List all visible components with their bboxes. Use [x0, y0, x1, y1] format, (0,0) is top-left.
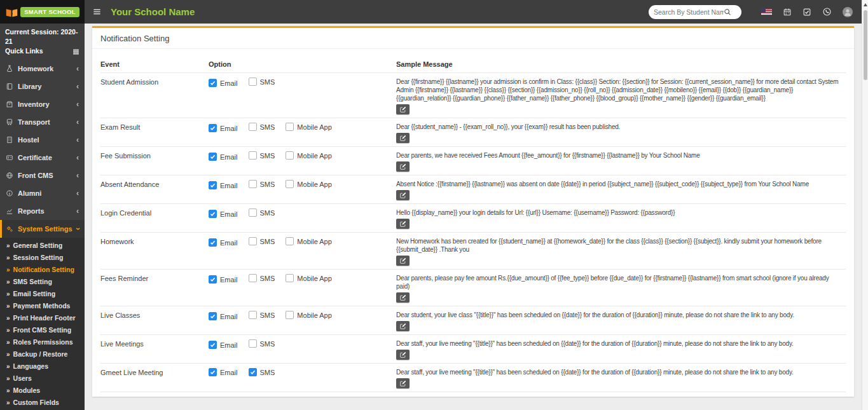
- checkbox-unchecked-icon[interactable]: [286, 237, 294, 245]
- checkbox-checked-icon[interactable]: [209, 341, 217, 349]
- hamburger-menu-icon[interactable]: [92, 7, 102, 17]
- sidebar-item-hostel[interactable]: Hostel‹: [0, 131, 85, 149]
- sms-checkbox-option[interactable]: SMS: [249, 274, 275, 282]
- sidebar-item-library[interactable]: Library‹: [0, 78, 85, 95]
- checkbox-checked-icon[interactable]: [209, 79, 217, 87]
- submenu-item-front-cms-setting[interactable]: »Front CMS Setting: [0, 324, 85, 336]
- calendar-icon[interactable]: [783, 8, 792, 17]
- search-input[interactable]: [654, 8, 724, 16]
- submenu-item-backup-restore[interactable]: »Backup / Restore: [0, 348, 85, 360]
- submenu-item-roles-permissions[interactable]: »Roles Permissions: [0, 336, 85, 348]
- edit-message-button[interactable]: [396, 190, 410, 200]
- edit-message-button[interactable]: [396, 350, 410, 360]
- checkbox-unchecked-icon[interactable]: [249, 208, 257, 217]
- sms-checkbox-option[interactable]: SMS: [249, 208, 275, 217]
- whatsapp-icon[interactable]: [822, 7, 832, 17]
- sms-checkbox-option[interactable]: SMS: [249, 237, 275, 245]
- checkbox-unchecked-icon[interactable]: [249, 274, 257, 282]
- vertical-scrollbar[interactable]: [862, 0, 868, 410]
- edit-message-button[interactable]: [396, 378, 410, 388]
- checkbox-checked-icon[interactable]: [209, 312, 217, 320]
- sms-checkbox-option[interactable]: SMS: [249, 123, 275, 131]
- email-checkbox-option[interactable]: Email: [209, 238, 238, 247]
- checkbox-unchecked-icon[interactable]: [249, 123, 257, 131]
- submenu-item-custom-fields[interactable]: »Custom Fields: [0, 397, 85, 409]
- email-checkbox-option[interactable]: Email: [209, 275, 238, 284]
- submenu-item-email-setting[interactable]: »Email Setting: [0, 288, 85, 300]
- email-checkbox-option[interactable]: Email: [209, 312, 238, 320]
- grid-icon[interactable]: [72, 48, 79, 55]
- submenu-item-payment-methods[interactable]: »Payment Methods: [0, 300, 85, 312]
- checkbox-unchecked-icon[interactable]: [249, 237, 257, 245]
- sms-checkbox-option[interactable]: SMS: [249, 151, 275, 160]
- checkbox-checked-icon[interactable]: [209, 124, 217, 132]
- checkbox-checked-icon[interactable]: [209, 368, 217, 376]
- checkbox-checked-icon[interactable]: [209, 210, 217, 218]
- mobile-app-checkbox-option[interactable]: Mobile App: [286, 123, 331, 131]
- edit-message-button[interactable]: [396, 161, 410, 172]
- sms-checkbox-option[interactable]: SMS: [249, 180, 275, 188]
- checkbox-unchecked-icon[interactable]: [249, 180, 257, 188]
- mobile-app-checkbox-option[interactable]: Mobile App: [286, 274, 331, 282]
- sms-checkbox-option[interactable]: SMS: [249, 78, 275, 86]
- quick-links-label[interactable]: Quick Links: [5, 46, 43, 56]
- sidebar-item-alumni[interactable]: Alumni‹: [0, 184, 85, 202]
- checkbox-unchecked-icon[interactable]: [249, 151, 257, 160]
- mobile-app-checkbox-option[interactable]: Mobile App: [286, 311, 331, 319]
- submenu-item-session-setting[interactable]: »Session Setting: [0, 252, 85, 264]
- sidebar-item-inventory[interactable]: Inventory‹: [0, 95, 85, 113]
- edit-message-button[interactable]: [396, 104, 410, 114]
- sms-checkbox-option[interactable]: SMS: [249, 368, 275, 376]
- edit-message-button[interactable]: [396, 133, 410, 143]
- checkbox-checked-icon[interactable]: [209, 153, 217, 161]
- submenu-item-general-setting[interactable]: »General Setting: [0, 240, 85, 252]
- sidebar-item-transport[interactable]: Transport‹: [0, 113, 85, 131]
- edit-message-button[interactable]: [396, 321, 410, 331]
- scrollbar-thumb[interactable]: [864, 10, 867, 80]
- email-checkbox-option[interactable]: Email: [209, 79, 238, 87]
- checkbox-checked-icon[interactable]: [209, 275, 217, 284]
- submenu-item-users[interactable]: »Users: [0, 372, 85, 385]
- scroll-up-arrow-icon[interactable]: [864, 3, 867, 6]
- checkbox-unchecked-icon[interactable]: [286, 180, 294, 188]
- submenu-item-print-header-footer[interactable]: »Print Header Footer: [0, 312, 85, 324]
- checkbox-unchecked-icon[interactable]: [286, 274, 294, 282]
- checkbox-checked-icon[interactable]: [249, 368, 257, 376]
- submenu-item-modules[interactable]: »Modules: [0, 385, 85, 397]
- sidebar-item-system-settings[interactable]: System Settings‹: [0, 220, 85, 238]
- language-flag-icon[interactable]: [761, 8, 772, 15]
- email-checkbox-option[interactable]: Email: [209, 368, 238, 376]
- edit-message-button[interactable]: [396, 219, 410, 229]
- email-checkbox-option[interactable]: Email: [209, 181, 238, 189]
- user-avatar[interactable]: [843, 7, 853, 17]
- mobile-app-checkbox-option[interactable]: Mobile App: [286, 180, 331, 188]
- search-icon[interactable]: [724, 8, 731, 16]
- submenu-item-notification-setting[interactable]: »Notification Setting: [0, 264, 85, 276]
- edit-message-button[interactable]: [396, 256, 410, 266]
- edit-message-button[interactable]: [396, 292, 410, 303]
- sidebar-item-homework[interactable]: Homework‹: [0, 60, 85, 78]
- checkbox-checked-icon[interactable]: [209, 181, 217, 189]
- checkbox-unchecked-icon[interactable]: [249, 339, 257, 348]
- sms-checkbox-option[interactable]: SMS: [249, 311, 275, 319]
- tasks-icon[interactable]: [803, 8, 811, 17]
- email-checkbox-option[interactable]: Email: [209, 341, 238, 349]
- checkbox-checked-icon[interactable]: [209, 238, 217, 247]
- email-checkbox-option[interactable]: Email: [209, 124, 238, 132]
- email-checkbox-option[interactable]: Email: [209, 153, 238, 161]
- checkbox-unchecked-icon[interactable]: [286, 311, 294, 319]
- app-logo[interactable]: SMART SCHOOL: [0, 0, 85, 24]
- sms-checkbox-option[interactable]: SMS: [249, 339, 275, 348]
- checkbox-unchecked-icon[interactable]: [249, 78, 257, 86]
- sidebar-item-reports[interactable]: Reports‹: [0, 202, 85, 220]
- submenu-item-sms-setting[interactable]: »SMS Setting: [0, 276, 85, 288]
- checkbox-unchecked-icon[interactable]: [286, 151, 294, 160]
- mobile-app-checkbox-option[interactable]: Mobile App: [286, 151, 331, 160]
- sidebar-item-certificate[interactable]: Certificate‹: [0, 149, 85, 167]
- checkbox-unchecked-icon[interactable]: [286, 123, 294, 131]
- mobile-app-checkbox-option[interactable]: Mobile App: [286, 237, 331, 245]
- submenu-item-languages[interactable]: »Languages: [0, 360, 85, 372]
- sidebar-item-front-cms[interactable]: Front CMS‹: [0, 167, 85, 184]
- checkbox-unchecked-icon[interactable]: [249, 311, 257, 319]
- email-checkbox-option[interactable]: Email: [209, 210, 238, 218]
